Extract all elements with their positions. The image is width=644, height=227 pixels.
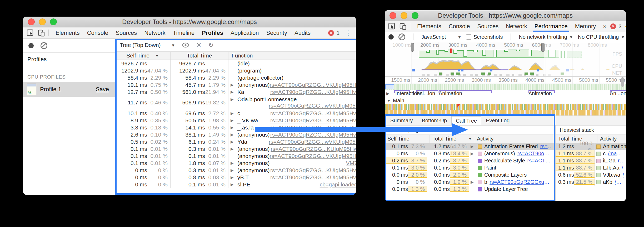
performance-overview-strip[interactable]: 1000 ms2000 ms3000 ms4000 ms5000 ms6000 …: [385, 42, 626, 77]
clear-profiles-button[interactable]: [41, 42, 47, 49]
column-header-activity[interactable]: Activity: [597, 135, 626, 143]
table-row[interactable]: 0 ms0 % 0.0 ms1.9 % ▶ b rs=ACT90oGqRZGGx…: [385, 178, 555, 186]
table-row[interactable]: 1.1 ms88.7 % iL.Ga rs=...: [556, 157, 626, 164]
main-thread-track-header[interactable]: ▼ Main: [385, 97, 626, 104]
source-link[interactable]: VM77:139: [346, 160, 356, 166]
table-row[interactable]: 0.1 ms3.0 % 0.1 ms3.0 % ▶ Paint: [385, 164, 555, 171]
table-row[interactable]: 0.1 ms0.01 % 1.8 ms0.07 % ▶ (anonymous) …: [115, 160, 356, 167]
source-link[interactable]: rs=ACT90oGqRZGG...wVKUIgM95Hw:90: [269, 139, 356, 145]
expand-arrow-icon[interactable]: ▶: [386, 91, 393, 96]
source-link[interactable]: rs=ACT90...: [540, 143, 553, 149]
selection-handle-right[interactable]: [541, 43, 545, 52]
table-row[interactable]: 0.1 ms7.3 % 1.2 ms64.7 % ▶ Animation Fra…: [385, 143, 555, 150]
table-row[interactable]: 19.1 ms0.75 % 45.7 ms1.79 % ▶ (anonymous…: [115, 81, 356, 88]
source-link[interactable]: rs=ACT90oGqRZGG...KUIgM95Hw:2407: [270, 174, 356, 181]
column-header-total-time[interactable]: Total Time: [171, 52, 228, 60]
profile-list-item[interactable]: Profile 1 Save: [23, 82, 115, 97]
title-bar[interactable]: Developer Tools - https://www.google.com…: [385, 10, 626, 21]
device-toolbar-icon[interactable]: [399, 22, 407, 30]
source-link[interactable]: rs=ACT90oGqRZGG...wVKUIgM95Hw:88: [231, 103, 356, 109]
table-row[interactable]: 0.6 ms52.6 % VJb.wa /...: [556, 171, 626, 178]
table-row[interactable]: 1202.9 ms47.04 % 1202.9 ms47.04 % ▶ (pro…: [115, 67, 356, 74]
table-row[interactable]: 0.1 ms0.01 % 0.1 ms0.01 % ▶ (anonymous) …: [115, 152, 356, 160]
panel-tab[interactable]: Console: [445, 21, 474, 32]
source-link[interactable]: rs=...: [618, 158, 624, 164]
expand-arrow-icon[interactable]: ▶: [231, 125, 237, 130]
source-link[interactable]: /ma...: [615, 179, 624, 185]
table-row[interactable]: 0.2 ms8.7 % 0.2 ms8.7 % ▶ Recalculate St…: [385, 157, 555, 164]
javascript-profiling-dropdown[interactable]: JavaScript ▼: [421, 34, 461, 40]
expand-arrow-icon[interactable]: ▶: [231, 175, 237, 180]
panel-tab[interactable]: Sources: [112, 27, 141, 38]
column-header-self-time[interactable]: Self Time: [385, 135, 430, 143]
table-row[interactable]: 0 ms0 % 0.8 ms0.03 % ▶ yB.T rs=ACT90oGqR…: [115, 174, 356, 181]
save-profile-link[interactable]: Save: [96, 86, 109, 93]
table-row[interactable]: 11.7 ms0.46 % 506.9 ms19.82 % ▶ Oda.b.po…: [115, 95, 356, 110]
expand-arrow-icon[interactable]: ▶: [471, 180, 475, 185]
column-header-function[interactable]: Function: [228, 52, 356, 60]
panel-tab[interactable]: Audits: [291, 27, 314, 38]
expand-arrow-icon[interactable]: ▶: [231, 139, 237, 144]
source-link[interactable]: /...: [622, 165, 624, 171]
table-row[interactable]: 10.1 ms0.40 % 69.6 ms2.72 % ▶ c rs=ACT90…: [115, 110, 356, 117]
panel-tab[interactable]: Performance: [531, 21, 571, 32]
clear-recording-button[interactable]: [398, 33, 405, 40]
table-row[interactable]: 58.4 ms2.29 % 58.4 ms2.29 % ▶ (garbage c…: [115, 74, 356, 81]
source-link[interactable]: rs=ACT90oGqRZGG...KUIgM95Hw:1745: [270, 132, 356, 138]
source-link[interactable]: rs=ACT90oGqRZGG..: [517, 151, 553, 157]
table-row[interactable]: 0.0 ms1.3 % 0.0 ms1.3 % ▶ Update Layer T…: [385, 186, 555, 193]
table-row[interactable]: 8.9 ms0.35 % 50.5 ms1.98 % ▶ _.VK.wa rs=…: [115, 117, 356, 124]
table-row[interactable]: 0.5 ms0.02 % 6.1 ms0.24 % ▶ Yda rs=ACT90…: [115, 138, 356, 145]
table-row[interactable]: 0 ms0 % 0.1 ms0.01 % ▶ sl.PE cb=gapi.loa…: [115, 181, 356, 188]
table-row[interactable]: 1.2 ms100.0 % Animation: [556, 143, 626, 150]
panel-tab[interactable]: Sources: [473, 21, 502, 32]
collapse-arrow-icon[interactable]: ▼: [387, 98, 391, 103]
table-row[interactable]: 2.6 ms0.10 % 38.1 ms1.49 % ▶ (anonymous)…: [115, 131, 356, 138]
panel-tab[interactable]: Application: [227, 27, 263, 38]
table-row[interactable]: 0 ms0 % 0.3 ms18.4 % ▶ (anonymous) rs=AC…: [385, 150, 555, 157]
warning-badge-icon[interactable]: ⚠: [624, 23, 626, 29]
selection-handle-left[interactable]: [411, 43, 414, 52]
panel-tab[interactable]: Network: [141, 27, 169, 38]
table-row[interactable]: 0.3 ms21.5 % aKb /ma...: [556, 178, 626, 186]
panel-tab[interactable]: Console: [83, 27, 112, 38]
inspect-element-icon[interactable]: [388, 22, 396, 30]
network-throttling-dropdown[interactable]: No network throttling ▼: [519, 34, 573, 40]
interactions-track[interactable]: ▶ Interactions Ani...ion Animation Anima…: [385, 90, 626, 97]
expand-arrow-icon[interactable]: ▶: [471, 151, 475, 156]
source-link[interactable]: rs=ACT90oGqRZGG...KUIgM95Hw:1176: [271, 146, 356, 152]
details-tab[interactable]: Event Log: [481, 116, 514, 125]
source-link[interactable]: rs=ACT90oGqRZGG...KUIgM95Hw:1799: [270, 89, 356, 95]
record-button[interactable]: [388, 34, 394, 40]
source-link[interactable]: rs=ACT90oGqRZGGxuWo-z8B...: [490, 179, 553, 185]
table-row[interactable]: 1.1 ms88.7 % LJb.Aa /...: [556, 164, 626, 171]
record-profile-button[interactable]: [28, 43, 34, 48]
expand-arrow-icon[interactable]: ▶: [231, 83, 237, 87]
expand-arrow-icon[interactable]: ▶: [231, 182, 237, 187]
expand-arrow-icon[interactable]: ▶: [231, 90, 237, 94]
expand-arrow-icon[interactable]: ▶: [231, 132, 237, 137]
source-link[interactable]: /maps...: [608, 151, 624, 157]
panel-tab[interactable]: Memory: [571, 21, 600, 32]
focus-function-icon[interactable]: [182, 42, 189, 48]
error-badge-icon[interactable]: ✕: [610, 23, 616, 29]
expand-arrow-icon[interactable]: ▶: [231, 118, 237, 123]
expand-arrow-icon[interactable]: ▶: [231, 147, 237, 151]
table-row[interactable]: 1.1 ms88.7 % c /maps...: [556, 150, 626, 157]
source-link[interactable]: rs=ACT90oGqRZGG...KUIgM95Hw:1929: [270, 110, 356, 117]
details-tab[interactable]: Summary: [386, 116, 417, 125]
table-row[interactable]: 12.7 ms0.50 % 561.0 ms21.94 % ▶ Ka rs=AC…: [115, 88, 356, 95]
panel-tab[interactable]: Timeline: [169, 27, 198, 38]
source-link[interactable]: rs=ACT90oGqRZGG...KUIgM95Hw:2408: [270, 167, 356, 173]
device-toolbar-icon[interactable]: [37, 29, 45, 37]
column-header-activity[interactable]: Activity: [474, 135, 555, 143]
inspect-element-icon[interactable]: [26, 29, 34, 37]
view-mode-dropdown[interactable]: Tree (Top Down) ▼: [120, 42, 175, 48]
table-row[interactable]: 0.0 ms2.0 % 0.0 ms2.0 % ▶ Composite Laye…: [385, 171, 555, 178]
panel-tab[interactable]: Elements: [413, 21, 445, 32]
title-bar[interactable]: Developer Tools - https://www.google.com…: [23, 17, 356, 27]
source-link[interactable]: rs=ACT90oGqRZGG...KUIgM95Hw:1662: [270, 117, 356, 124]
screenshots-filmstrip[interactable]: [385, 84, 626, 90]
panel-tab[interactable]: Profiles: [198, 27, 227, 38]
panel-tab[interactable]: »: [600, 21, 610, 32]
